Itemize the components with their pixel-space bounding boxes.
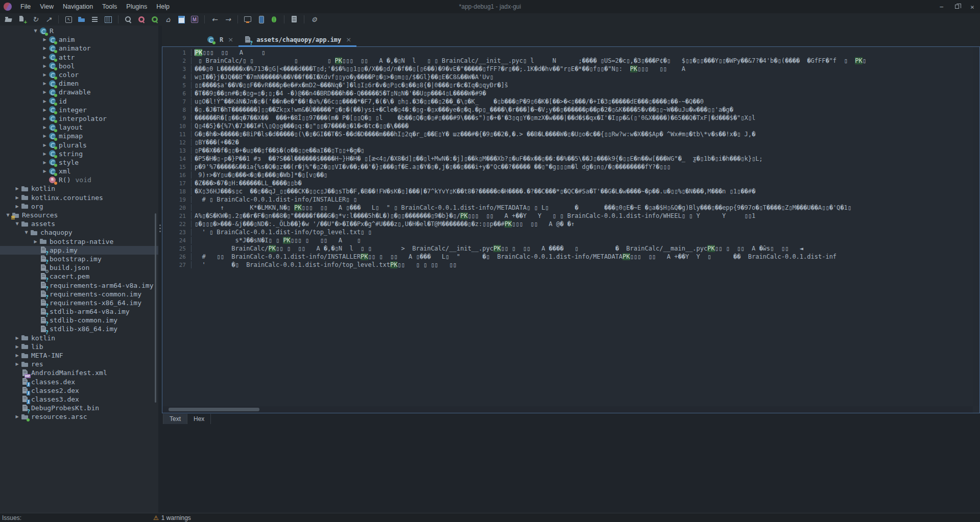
tree-item-drawable[interactable]: ▶drawable [0,88,158,96]
methods-list-button[interactable]: M [188,14,201,25]
scrollbar-thumb[interactable] [169,408,259,411]
text-mode-tab[interactable]: Text [163,414,187,424]
tree-toggle-icon[interactable]: ▶ [41,99,49,104]
tree-item-stdlib-arm64-v8a-imy[interactable]: ?stdlib-arm64-v8a.imy [0,307,158,316]
tree-item-attr[interactable]: ▶attr [0,53,158,62]
tree-item-requirements-arm64-v8a-imy[interactable]: ?requirements-arm64-v8a.imy [0,281,158,289]
debugger-button[interactable] [268,14,281,25]
select-in-tree-button[interactable]: ↖ [62,14,75,25]
tree-toggle-icon[interactable]: ▶ [41,143,49,147]
tree-toggle-icon[interactable]: ▶ [41,116,49,121]
tree-toggle-icon[interactable]: ▶ [13,353,21,358]
tree-item-integer[interactable]: ▶integer [0,106,158,114]
device-button[interactable] [254,14,268,25]
tree-item-string[interactable]: ▶string [0,150,158,158]
tree-item-build-json[interactable]: ⚙build.json [0,263,158,272]
bookmarks-button[interactable] [175,14,188,25]
binary-viewer[interactable]: 1PK▯▯▯ ▯▯ A ▯2 ▯ BrainCalc/▯ ▯ ▯ ▯ PK▯▯▯… [162,47,980,413]
tree-item-requirements-common-imy[interactable]: ?requirements-common.imy [0,290,158,299]
tree-toggle-icon[interactable]: ▼ [13,221,21,226]
menu-navigation[interactable]: Navigation [58,0,98,13]
tree-toggle-icon[interactable]: ▶ [13,344,21,349]
reload-button[interactable]: ↻ [29,14,42,25]
settings-button[interactable]: ⚙ [307,14,321,25]
tree-item-color[interactable]: ▶color [0,70,158,79]
tree-item-dimen[interactable]: ▶dimen [0,79,158,88]
tree-toggle-icon[interactable]: ▶ [13,204,21,209]
menu-view[interactable]: View [35,0,58,13]
tree-item-resources[interactable]: ▼Resources [0,211,158,219]
tree-item-r[interactable]: ▼R [0,27,158,35]
tree-item-debugprobeskt-bin[interactable]: ?DebugProbesKt.bin [0,404,158,412]
tree-item-res[interactable]: ▶res [0,360,158,368]
horizontal-scrollbar[interactable] [162,406,973,413]
tree-item-androidmanifest-xml[interactable]: MFAndroidManifest.xml [0,368,158,377]
main-activity-button[interactable]: ⌂ [161,14,175,25]
search-comment-button[interactable] [148,14,161,25]
vertical-scrollbar[interactable] [973,47,979,406]
tree-item-classes3-dex[interactable]: Jclasses3.dex [0,395,158,404]
tree-item-layout[interactable]: ▶layout [0,123,158,132]
menu-help[interactable]: Help [152,0,174,13]
tree-item-classes-dex[interactable]: Jclasses.dex [0,378,158,386]
tree-item-id[interactable]: ▶id [0,97,158,106]
export-button[interactable]: ↗ [42,14,55,25]
tree-item-bootstrap-imy[interactable]: ?bootstrap.imy [0,255,158,263]
close-icon[interactable]: × [965,0,980,13]
menu-plugins[interactable]: Plugins [122,0,152,13]
menu-file[interactable]: File [16,0,35,13]
tree-toggle-icon[interactable]: ▶ [41,134,49,138]
tree-toggle-icon[interactable]: ▶ [41,169,49,173]
code-preview-button[interactable] [102,14,115,25]
tree-toggle-icon[interactable]: ▶ [41,108,49,112]
tree-toggle-icon[interactable]: ▼ [22,230,30,235]
tree-item-style[interactable]: ▶style [0,158,158,167]
tree-toggle-icon[interactable]: ▶ [13,195,21,200]
tree-toggle-icon[interactable]: ▶ [41,37,49,42]
tree-item-mipmap[interactable]: ▶mipmap [0,132,158,140]
tree-toggle-icon[interactable]: ▶ [41,81,49,86]
tab-assets-chaquopy-app-imy[interactable]: ?assets/chaquopy/app.imy× [238,33,356,46]
tree-item-requirements-x86-64-imy[interactable]: ?requirements-x86_64.imy [0,299,158,307]
tree-item-assets[interactable]: ▼assets [0,219,158,228]
adb-connect-button[interactable] [241,14,254,25]
tree-item-bool[interactable]: ▶bool [0,62,158,70]
tree-toggle-icon[interactable]: ▶ [13,414,21,419]
tree-toggle-icon[interactable]: ▶ [41,64,49,68]
tree-item-cacert-pem[interactable]: ?cacert.pem [0,272,158,281]
splitter[interactable] [158,26,162,513]
tree-item-classes2-dex[interactable]: Jclasses2.dex [0,386,158,395]
tree-item-stdlib-common-imy[interactable]: ?stdlib-common.imy [0,316,158,325]
tree-toggle-icon[interactable]: ▶ [41,55,49,60]
minimize-icon[interactable]: − [934,0,949,13]
close-icon[interactable]: × [346,36,351,43]
nav-forward-button[interactable]: → [221,14,234,25]
tree-item-interpolator[interactable]: ▶interpolator [0,114,158,123]
tree-toggle-icon[interactable]: ▶ [41,160,49,165]
tree-item-resources-arsc[interactable]: ▶resources.arsc [0,412,158,421]
close-icon[interactable]: × [228,36,233,43]
maximize-icon[interactable] [949,0,965,13]
hex-mode-tab[interactable]: Hex [187,414,211,424]
tree-toggle-icon[interactable]: ▶ [41,125,49,130]
tree-item-app-imy[interactable]: ?app.imy [0,246,158,255]
wrap-lines-button[interactable] [88,14,102,25]
tree-toggle-icon[interactable]: ▶ [13,336,21,340]
tree-scrollbar-thumb[interactable] [155,213,156,403]
tree-toggle-icon[interactable]: ▶ [32,239,39,244]
tree-item-lib[interactable]: ▶lib [0,342,158,351]
tree-item-xml[interactable]: ▶xml [0,167,158,176]
tree-item-anim[interactable]: ▶anim [0,35,158,44]
tree-item-chaquopy[interactable]: ▼chaquopy [0,228,158,237]
search-text-button[interactable] [122,14,135,25]
tree-toggle-icon[interactable]: ▼ [32,29,39,33]
tree-item-kotlin[interactable]: ▶kotlin [0,184,158,193]
tree-item-stdlib-x86-64-imy[interactable]: ?stdlib-x86_64.imy [0,325,158,333]
tree-item-org[interactable]: ▶org [0,202,158,211]
tree-toggle-icon[interactable]: ▶ [41,46,49,51]
tree-item-r[interactable]: R()void [0,176,158,184]
tree-toggle-icon[interactable]: ▶ [41,152,49,156]
tree-item-animator[interactable]: ▶animator [0,44,158,53]
search-class-button[interactable] [135,14,148,25]
menu-tools[interactable]: Tools [98,0,122,13]
